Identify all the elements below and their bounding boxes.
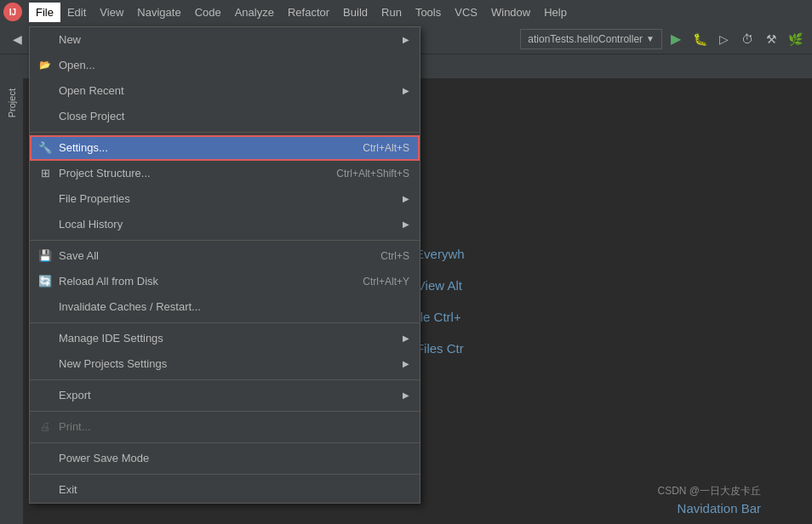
build-button[interactable]: ⚒ [761, 29, 781, 49]
left-sidebar: Project [0, 78, 24, 524]
menu-navigate[interactable]: Navigate [130, 3, 187, 22]
menu-file-properties[interactable]: File Properties ▶ [30, 186, 420, 212]
menu-print: 🖨 Print... [30, 414, 420, 440]
menu-invalidate-caches[interactable]: Invalidate Caches / Restart... [30, 294, 420, 320]
print-icon: 🖨 [37, 419, 54, 436]
csdn-watermark: CSDN @一日大皮卡丘 [657, 484, 761, 498]
settings-icon: 🔧 [37, 140, 54, 157]
menu-analyze[interactable]: Analyze [228, 3, 281, 22]
hint-nav-bar[interactable]: Navidation Bar [678, 501, 761, 515]
toolbar-back-btn[interactable]: ◀ [7, 29, 27, 49]
menu-refactor[interactable]: Refactor [281, 3, 336, 22]
new-projects-icon [37, 356, 54, 373]
exit-icon [37, 481, 54, 498]
separator-1 [30, 132, 420, 133]
menu-window[interactable]: Window [484, 3, 537, 22]
separator-4 [30, 379, 420, 380]
menu-build[interactable]: Build [336, 3, 375, 22]
power-save-icon [37, 450, 54, 467]
app-logo: IJ [3, 3, 22, 21]
arrow-icon: ▶ [403, 390, 409, 400]
menu-manage-ide[interactable]: Manage IDE Settings ▶ [30, 326, 420, 351]
sidebar-tab-project[interactable]: Project [3, 82, 20, 124]
run-config-selector[interactable]: ationTests.helloController ▼ [520, 29, 662, 49]
separator-3 [30, 322, 420, 323]
run-button[interactable]: ▶ [666, 29, 686, 49]
open-icon: 📂 [37, 57, 54, 74]
menu-power-save[interactable]: Power Save Mode [30, 446, 420, 471]
menu-view[interactable]: View [93, 3, 130, 22]
coverage-button[interactable]: ▷ [713, 29, 734, 49]
local-history-icon [37, 216, 54, 233]
menu-new[interactable]: New ▶ [30, 27, 420, 53]
save-all-icon: 💾 [37, 248, 54, 265]
menu-new-projects-settings[interactable]: New Projects Settings ▶ [30, 351, 420, 377]
menu-edit[interactable]: Edit [60, 3, 93, 22]
menu-project-structure[interactable]: ⊞ Project Structure... Ctrl+Alt+Shift+S [30, 161, 420, 186]
arrow-icon: ▶ [403, 219, 409, 229]
file-dropdown: New ▶ 📂 Open... Open Recent ▶ Close Proj… [29, 26, 420, 504]
menu-vcs[interactable]: VCS [448, 3, 484, 22]
menu-open-recent[interactable]: Open Recent ▶ [30, 78, 420, 104]
menu-settings[interactable]: 🔧 Settings... Ctrl+Alt+S [30, 135, 420, 161]
separator-2 [30, 240, 420, 241]
debug-button[interactable]: 🐛 [689, 29, 710, 49]
menu-file[interactable]: File [29, 3, 60, 22]
menu-tools[interactable]: Tools [409, 3, 448, 22]
separator-5 [30, 411, 420, 412]
menu-code[interactable]: Code [188, 3, 228, 22]
dropdown-arrow-icon: ▼ [646, 34, 655, 43]
arrow-icon: ▶ [403, 86, 409, 95]
menu-close-project[interactable]: Close Project [30, 104, 420, 129]
menu-bar: IJ File New ▶ 📂 Open... Open Recent ▶ [0, 0, 812, 24]
arrow-icon: ▶ [403, 333, 409, 343]
menu-run[interactable]: Run [375, 3, 409, 22]
reload-icon: 🔄 [37, 273, 54, 290]
separator-7 [30, 474, 420, 475]
open-recent-icon [37, 83, 54, 100]
project-structure-icon: ⊞ [37, 165, 54, 182]
separator-6 [30, 442, 420, 443]
menu-reload[interactable]: 🔄 Reload All from Disk Ctrl+Alt+Y [30, 269, 420, 294]
export-icon [37, 387, 54, 404]
profile-button[interactable]: ⏱ [737, 29, 758, 49]
arrow-icon: ▶ [403, 35, 409, 44]
new-icon [37, 31, 54, 48]
menu-help[interactable]: Help [537, 3, 574, 22]
menu-local-history[interactable]: Local History ▶ [30, 212, 420, 237]
menu-open[interactable]: 📂 Open... [30, 53, 420, 78]
manage-ide-icon [37, 330, 54, 347]
menu-export[interactable]: Export ▶ [30, 383, 420, 408]
menu-exit[interactable]: Exit [30, 477, 420, 503]
invalidate-icon [37, 299, 54, 316]
file-properties-icon [37, 191, 54, 208]
sync-button[interactable]: 🌿 [785, 29, 805, 49]
menu-save-all[interactable]: 💾 Save All Ctrl+S [30, 243, 420, 269]
arrow-icon: ▶ [403, 194, 409, 203]
close-project-icon [37, 108, 54, 125]
file-menu-wrapper: File New ▶ 📂 Open... Open Recent ▶ Close… [29, 3, 60, 22]
arrow-icon: ▶ [403, 359, 409, 368]
